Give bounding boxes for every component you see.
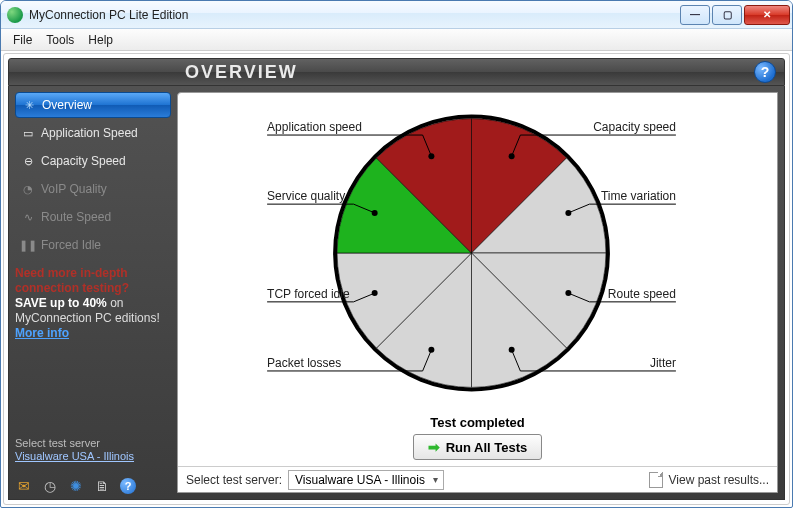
promo-line1: Need more in-depth — [15, 266, 171, 281]
minimize-button[interactable]: — — [680, 5, 710, 25]
page-title: OVERVIEW — [185, 62, 754, 83]
chart-area: Capacity speedTime variationRoute speedJ… — [178, 93, 777, 413]
tray: ✉ ◷ ✺ 🗎 ? — [15, 471, 171, 495]
sidebar-item-forced-idle: ❚❚ Forced Idle — [15, 232, 171, 258]
app-window: MyConnection PC Lite Edition — ▢ ✕ File … — [0, 0, 793, 508]
promo-save: SAVE up to 40% on MyConnection PC editio… — [15, 296, 160, 340]
server-select[interactable]: Visualware USA - Illinois — [288, 470, 444, 490]
main-panel: Capacity speedTime variationRoute speedJ… — [177, 92, 778, 493]
server-label: Select test server — [15, 437, 171, 449]
status-text: Test completed — [430, 415, 524, 430]
server-select-value: Visualware USA - Illinois — [295, 473, 425, 487]
segment-label: Route speed — [566, 287, 676, 301]
route-icon: ∿ — [21, 210, 35, 224]
run-button-label: Run All Tests — [446, 440, 528, 455]
app-icon — [7, 7, 23, 23]
maximize-button[interactable]: ▢ — [712, 5, 742, 25]
below-chart: Test completed ➡ Run All Tests — [178, 413, 777, 466]
sidebar-item-overview[interactable]: ✳ Overview — [15, 92, 171, 118]
titlebar: MyConnection PC Lite Edition — ▢ ✕ — [1, 1, 792, 29]
circle-icon: ⊖ — [21, 154, 35, 168]
globe-icon[interactable]: ✺ — [67, 477, 85, 495]
body: ✳ Overview ▭ Application Speed ⊖ Capacit… — [8, 86, 785, 500]
window-title: MyConnection PC Lite Edition — [29, 8, 678, 22]
menubar: File Tools Help — [1, 29, 792, 51]
document-icon — [649, 472, 663, 488]
bottom-server-label: Select test server: — [186, 473, 282, 487]
server-link[interactable]: Visualware USA - Illinois — [15, 450, 134, 462]
server-block: Select test server Visualware USA - Illi… — [15, 429, 171, 463]
view-past-label: View past results... — [669, 473, 770, 487]
window-icon: ▭ — [21, 126, 35, 140]
sidebar-item-label: Overview — [42, 98, 92, 112]
sidebar-item-label: Capacity Speed — [41, 154, 126, 168]
segment-label: Time variation — [566, 189, 676, 203]
segment-label: Service quality — [267, 189, 377, 203]
document-icon[interactable]: 🗎 — [93, 477, 111, 495]
promo-line2: connection testing? — [15, 281, 171, 296]
menu-file[interactable]: File — [7, 31, 38, 49]
segment-label: Capacity speed — [566, 120, 676, 134]
clock-icon[interactable]: ◷ — [41, 477, 59, 495]
sidebar-item-label: Application Speed — [41, 126, 138, 140]
promo-link[interactable]: More info — [15, 326, 69, 340]
sidebar-item-voip-quality: ◔ VoIP Quality — [15, 176, 171, 202]
window-controls: — ▢ ✕ — [678, 5, 790, 25]
menu-tools[interactable]: Tools — [40, 31, 80, 49]
client-area: OVERVIEW ? ✳ Overview ▭ Application Spee… — [3, 53, 790, 505]
bottombar: Select test server: Visualware USA - Ill… — [178, 466, 777, 492]
sidebar-item-application-speed[interactable]: ▭ Application Speed — [15, 120, 171, 146]
sidebar-item-capacity-speed[interactable]: ⊖ Capacity Speed — [15, 148, 171, 174]
sidebar-item-route-speed: ∿ Route Speed — [15, 204, 171, 230]
arrow-right-icon: ➡ — [428, 439, 440, 455]
segment-label: Packet losses — [267, 356, 377, 370]
voip-icon: ◔ — [21, 182, 35, 196]
segment-label: Application speed — [267, 120, 377, 134]
pause-icon: ❚❚ — [21, 238, 35, 252]
menu-help[interactable]: Help — [82, 31, 119, 49]
svg-point-1 — [509, 153, 515, 159]
segment-label: Jitter — [566, 356, 676, 370]
promo-save-bold: SAVE up to 40% — [15, 296, 107, 310]
close-button[interactable]: ✕ — [744, 5, 790, 25]
help-icon[interactable]: ? — [754, 61, 776, 83]
svg-point-4 — [509, 347, 515, 353]
sidebar-item-label: VoIP Quality — [41, 182, 107, 196]
sidebar-item-label: Forced Idle — [41, 238, 101, 252]
svg-point-7 — [372, 210, 378, 216]
sidebar-item-label: Route Speed — [41, 210, 111, 224]
header-strip: OVERVIEW ? — [8, 58, 785, 86]
asterisk-icon: ✳ — [22, 98, 36, 112]
mail-icon[interactable]: ✉ — [15, 477, 33, 495]
segment-label: TCP forced idle — [267, 287, 377, 301]
sidebar: ✳ Overview ▭ Application Speed ⊖ Capacit… — [9, 86, 177, 499]
view-past-results-link[interactable]: View past results... — [649, 472, 770, 488]
run-all-tests-button[interactable]: ➡ Run All Tests — [413, 434, 543, 460]
promo-block: Need more in-depth connection testing? S… — [15, 266, 171, 341]
help-tray-icon[interactable]: ? — [119, 477, 137, 495]
